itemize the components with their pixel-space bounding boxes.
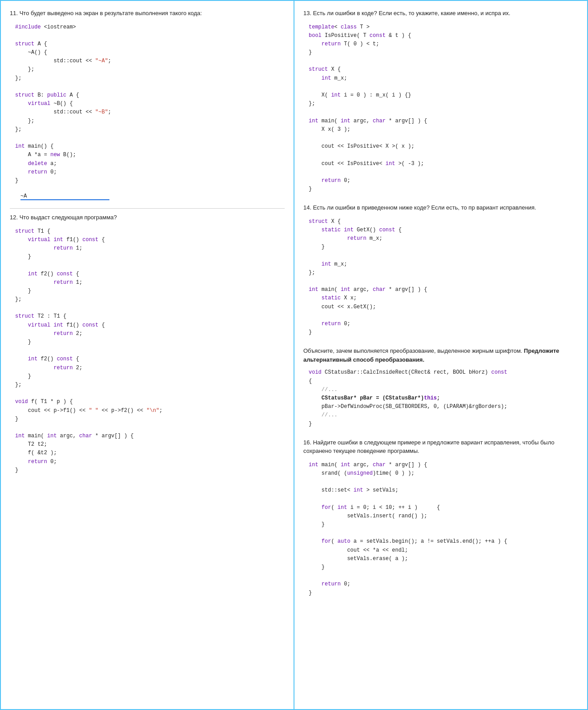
q15-code: void CStatusBar::CalcInsideRect(CRect& r… <box>303 367 578 430</box>
right-panel: 13. Есть ли ошибки в коде? Если есть, то… <box>294 1 587 709</box>
left-panel: 11. Что будет выведено на экран в резуль… <box>1 1 294 709</box>
question-13: 13. Есть ли ошибки в коде? Если есть, то… <box>303 9 578 195</box>
page-container: 11. Что будет выведено на экран в резуль… <box>0 0 588 710</box>
q16-title: 16. Найдите ошибки в следующем примере и… <box>303 438 578 456</box>
q11-code: #include <iostream> struct A { ~A() { st… <box>10 21 285 187</box>
question-12: 12. Что выдаст следующая программа? stru… <box>10 213 285 476</box>
q14-code: struct X { static int GetX() const { ret… <box>303 216 578 339</box>
q11-answer: ~A <box>20 193 109 200</box>
q11-answer-area: ~A <box>15 190 285 200</box>
q12-code: struct T1 { virtual int f1() const { ret… <box>10 226 285 476</box>
q11-title: 11. Что будет выведено на экран в резуль… <box>10 9 285 18</box>
q13-title: 13. Есть ли ошибки в коде? Если есть, то… <box>303 9 578 18</box>
question-14: 14. Есть ли ошибки в приведенном ниже ко… <box>303 203 578 339</box>
divider-1 <box>10 208 285 209</box>
q12-title: 12. Что выдаст следующая программа? <box>10 213 285 222</box>
q15-title-bold: Предложите альтернативный способ преобра… <box>303 347 559 363</box>
q13-code: template< class T > bool IsPositive( T c… <box>303 21 578 196</box>
question-11: 11. Что будет выведено на экран в резуль… <box>10 9 285 200</box>
q15-title: Объясните, зачем выполняется преобразова… <box>303 347 578 364</box>
question-15: Объясните, зачем выполняется преобразова… <box>303 347 578 430</box>
q16-code: int main( int argc, char * argv[] ) { sr… <box>303 459 578 599</box>
question-16: 16. Найдите ошибки в следующем примере и… <box>303 438 578 599</box>
q14-title: 14. Есть ли ошибки в приведенном ниже ко… <box>303 203 578 212</box>
